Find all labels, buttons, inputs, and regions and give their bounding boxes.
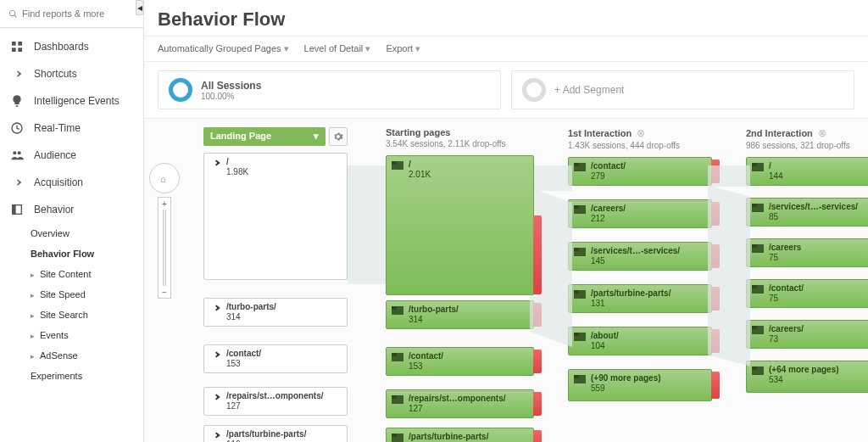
- dropoff-bar: [533, 215, 542, 294]
- nav-shortcuts[interactable]: Shortcuts: [0, 60, 143, 87]
- flow-node[interactable]: /careers75: [746, 238, 868, 267]
- page-icon: [574, 248, 586, 256]
- page-title: Behavior Flow: [158, 8, 854, 31]
- page-icon: [752, 326, 764, 334]
- svg-point-6: [18, 151, 21, 154]
- page-icon: [392, 395, 403, 404]
- page-icon: [574, 163, 586, 171]
- sub-overview[interactable]: Overview: [31, 223, 143, 243]
- sidebar: Dashboards Shortcuts Intelligence Events…: [0, 0, 144, 442]
- flow-link: [530, 165, 572, 191]
- flow-link: [708, 165, 750, 187]
- segments: All Sessions 100.00% + Add Segment: [144, 62, 868, 119]
- dropoff-bar: [533, 350, 542, 373]
- nav-realtime[interactable]: Real-Time: [0, 115, 143, 142]
- svg-rect-0: [12, 42, 16, 46]
- toolbar-detail[interactable]: Level of Detail: [304, 43, 371, 54]
- flow-node[interactable]: /contact/153: [386, 347, 534, 376]
- flow-col-1st: 1st Interaction⊗ 1.43K sessions, 444 dro…: [568, 127, 712, 442]
- flow-node[interactable]: /turbo-parts/314: [386, 300, 534, 329]
- sub-site-speed[interactable]: Site Speed: [31, 284, 143, 305]
- col-title: 1st Interaction: [568, 128, 632, 138]
- flow-pan-control[interactable]: ⌂: [149, 163, 180, 193]
- nav-intelligence[interactable]: Intelligence Events: [0, 87, 143, 115]
- nav-list: Dashboards Shortcuts Intelligence Events…: [0, 28, 143, 442]
- flow-node[interactable]: (+90 more pages)559: [568, 369, 712, 401]
- segment-all[interactable]: All Sessions 100.00%: [158, 70, 501, 109]
- segment-circle-icon: [169, 78, 192, 102]
- home-icon[interactable]: ⌂: [160, 174, 166, 184]
- sub-adsense[interactable]: AdSense: [31, 345, 143, 366]
- page-icon: [752, 204, 764, 212]
- col-subtitle: 3.54K sessions, 2.11K drop-offs: [386, 139, 534, 148]
- flow-node[interactable]: /services/t…-services/85: [746, 198, 868, 227]
- toolbar: Automatically Grouped Pages Level of Det…: [144, 36, 868, 62]
- page-icon: [574, 375, 586, 383]
- nav-behavior[interactable]: Behavior: [0, 196, 143, 223]
- col-close-icon[interactable]: ⊗: [818, 127, 826, 139]
- flow-node[interactable]: /1.98K: [203, 153, 348, 280]
- flow-node[interactable]: /repairs/st…omponents/127: [386, 389, 534, 418]
- flow-node[interactable]: /contact/279: [568, 157, 712, 186]
- dropoff-bar: [533, 430, 542, 442]
- flow-link: [348, 165, 390, 284]
- flow-node[interactable]: /careers/73: [746, 320, 868, 349]
- sub-experiments[interactable]: Experiments: [31, 366, 143, 386]
- zoom-out-button[interactable]: −: [159, 286, 170, 298]
- sub-behavior-flow[interactable]: Behavior Flow: [31, 243, 143, 264]
- col-title: 2nd Interaction: [746, 128, 813, 138]
- flow-node[interactable]: /services/t…-services/145: [568, 242, 712, 271]
- gear-button[interactable]: [329, 127, 348, 146]
- flow-node[interactable]: /2.01K: [386, 155, 534, 295]
- sub-events[interactable]: Events: [31, 325, 143, 345]
- flow-node[interactable]: /parts/turbine-parts/131: [568, 284, 712, 313]
- page-icon: [752, 366, 764, 375]
- flow-node[interactable]: /parts/turbine-parts/116: [386, 428, 534, 442]
- arrow-right-icon: [209, 393, 221, 401]
- page-icon: [392, 306, 403, 315]
- col-close-icon[interactable]: ⊗: [637, 127, 645, 139]
- flow-nav-controls: ⌂ + −: [149, 163, 180, 299]
- main: Behavior Flow Automatically Grouped Page…: [144, 0, 868, 442]
- sidebar-collapse[interactable]: ◂: [136, 0, 144, 15]
- nav-behavior-sub: Overview Behavior Flow Site Content Site…: [0, 223, 143, 386]
- flow-zoom-control: + −: [158, 197, 171, 299]
- page-icon: [574, 290, 586, 299]
- flow-node[interactable]: /parts/turbine-parts/116: [203, 425, 348, 442]
- flow-node[interactable]: /about/104: [568, 327, 712, 355]
- svg-rect-1: [18, 42, 22, 46]
- flow-area[interactable]: ⌂ + − Landing Page: [144, 119, 868, 442]
- arrow-right-icon: [209, 159, 221, 167]
- arrow-right-icon: [209, 350, 221, 359]
- flow-node[interactable]: /turbo-parts/314: [203, 298, 348, 327]
- flow-node[interactable]: /contact/75: [746, 279, 868, 308]
- segment-add[interactable]: + Add Segment: [511, 70, 854, 109]
- col-subtitle: 1.43K sessions, 444 drop-offs: [568, 141, 712, 150]
- toolbar-export[interactable]: Export: [386, 43, 420, 54]
- sub-site-search[interactable]: Site Search: [31, 305, 143, 325]
- flow-col-source: Landing Page /1.98K /turbo-parts/314 /co…: [203, 127, 348, 442]
- search-box: [0, 0, 143, 28]
- arrow-right-icon: [209, 304, 221, 312]
- sub-site-content[interactable]: Site Content: [31, 264, 143, 284]
- nav-dashboards[interactable]: Dashboards: [0, 33, 143, 60]
- search-input[interactable]: [5, 5, 138, 22]
- flow-node[interactable]: /careers/212: [568, 199, 712, 228]
- svg-rect-2: [12, 48, 16, 52]
- page-icon: [752, 244, 764, 253]
- page-icon: [574, 333, 586, 341]
- toolbar-grouped[interactable]: Automatically Grouped Pages: [158, 43, 289, 54]
- gear-icon: [333, 131, 343, 142]
- flow-node[interactable]: /contact/153: [203, 344, 348, 373]
- nav-acquisition[interactable]: Acquisition: [0, 169, 143, 196]
- landing-page-dropdown[interactable]: Landing Page: [203, 127, 326, 146]
- zoom-in-button[interactable]: +: [159, 198, 170, 210]
- search-icon: [8, 9, 18, 19]
- page-icon: [392, 434, 403, 442]
- flow-node[interactable]: /144: [746, 157, 868, 186]
- svg-rect-8: [13, 205, 16, 215]
- flow-node[interactable]: (+64 more pages)534: [746, 361, 868, 393]
- nav-audience[interactable]: Audience: [0, 142, 143, 169]
- zoom-slider[interactable]: [163, 210, 166, 286]
- flow-node[interactable]: /repairs/st…omponents/127: [203, 387, 348, 416]
